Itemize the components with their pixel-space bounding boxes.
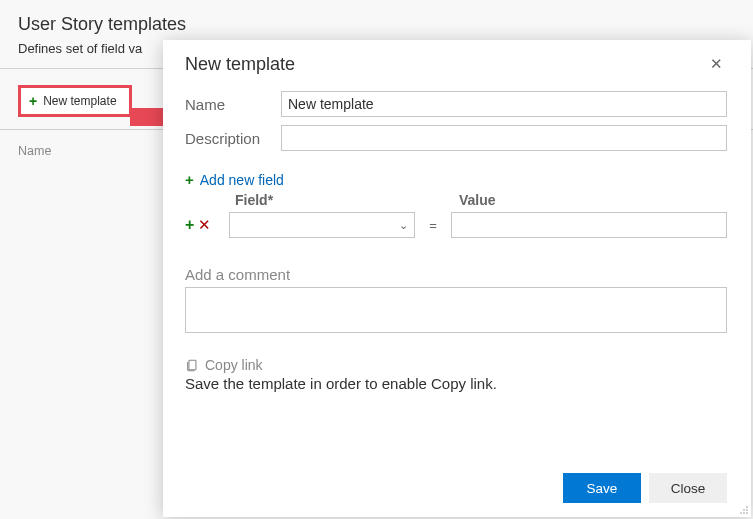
chevron-down-icon: ⌄ (399, 219, 408, 232)
field-combobox[interactable]: ⌄ (229, 212, 415, 238)
save-button[interactable]: Save (563, 473, 641, 503)
copy-link-row: Copy link (185, 357, 727, 373)
value-input[interactable] (451, 212, 727, 238)
equals-sign: = (415, 218, 451, 233)
resize-grip-icon (737, 503, 749, 515)
plus-icon: + (29, 94, 37, 108)
svg-point-6 (746, 512, 748, 514)
name-label: Name (185, 96, 281, 113)
copy-link-label: Copy link (205, 357, 263, 373)
page-title: User Story templates (0, 0, 753, 41)
new-template-button-label: New template (43, 94, 116, 108)
add-new-field-link[interactable]: + Add new field (185, 171, 727, 188)
dialog-title: New template (185, 54, 295, 75)
field-row: + ✕ ⌄ = (185, 212, 727, 238)
svg-point-3 (746, 509, 748, 511)
delete-row-icon[interactable]: ✕ (198, 216, 211, 234)
value-column-header: Value (459, 192, 496, 208)
add-new-field-label: Add new field (200, 172, 284, 188)
field-column-header: Field* (235, 192, 415, 208)
comment-textarea[interactable] (185, 287, 727, 333)
copy-link-icon (185, 358, 199, 372)
comment-label: Add a comment (185, 266, 727, 283)
svg-point-1 (746, 506, 748, 508)
add-row-icon[interactable]: + (185, 216, 194, 234)
plus-icon: + (185, 171, 194, 188)
description-label: Description (185, 130, 281, 147)
svg-point-5 (743, 512, 745, 514)
close-icon[interactable]: ✕ (706, 54, 727, 73)
new-template-button[interactable]: + New template (18, 85, 132, 117)
close-button[interactable]: Close (649, 473, 727, 503)
new-template-dialog: New template ✕ Name Description + Add ne… (163, 40, 751, 517)
description-input[interactable] (281, 125, 727, 151)
svg-point-2 (743, 509, 745, 511)
svg-point-4 (740, 512, 742, 514)
name-input[interactable] (281, 91, 727, 117)
svg-rect-0 (189, 360, 196, 370)
copy-link-hint: Save the template in order to enable Cop… (185, 375, 727, 392)
